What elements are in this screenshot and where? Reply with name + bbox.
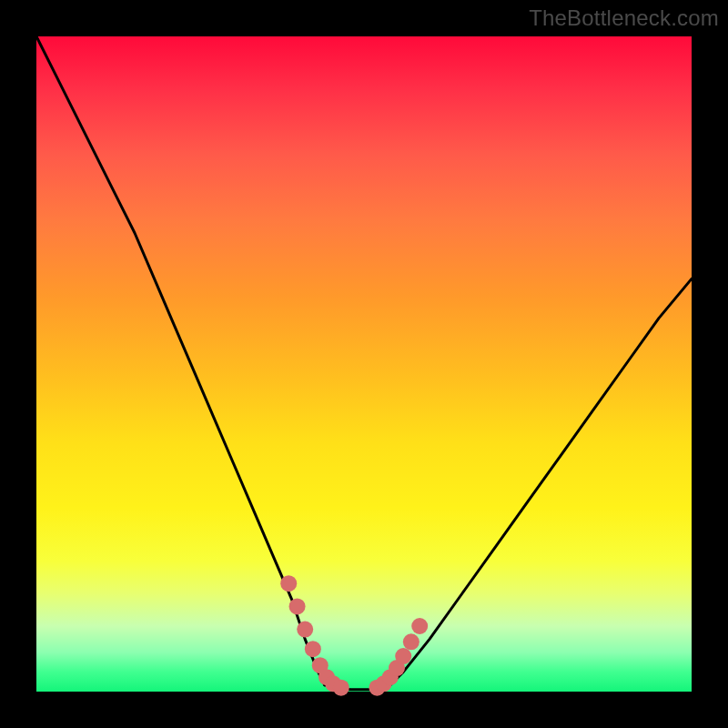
chart-curve (36, 36, 325, 685)
chart-overlay (36, 36, 692, 692)
chart-marker (289, 598, 306, 614)
chart-frame: TheBottleneck.com (0, 0, 728, 728)
chart-marker (403, 633, 420, 650)
chart-marker (333, 680, 349, 696)
chart-marker (305, 641, 321, 657)
chart-marker (280, 575, 297, 592)
chart-curve (390, 278, 692, 684)
chart-marker (411, 618, 428, 634)
chart-marker (395, 648, 411, 664)
chart-marker (297, 622, 313, 638)
watermark-label: TheBottleneck.com (529, 5, 719, 31)
